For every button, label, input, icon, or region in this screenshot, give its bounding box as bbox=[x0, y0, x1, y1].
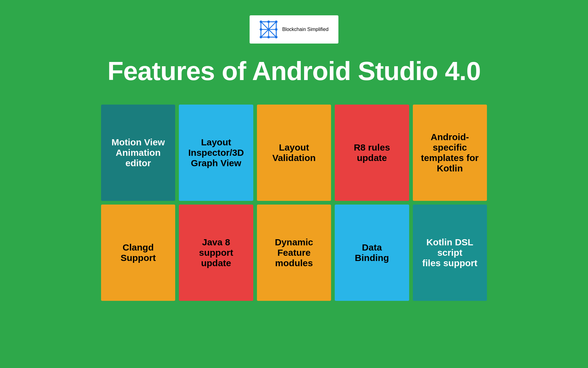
svg-point-7 bbox=[260, 36, 262, 38]
cell-clangd-text: ClangdSupport bbox=[121, 242, 156, 263]
svg-point-13 bbox=[267, 36, 270, 38]
blockchain-icon bbox=[259, 20, 278, 39]
cell-kotlin-dsl-text: Kotlin DSL scriptfiles support bbox=[419, 237, 481, 268]
cell-layout-inspector: Layout Inspector/3DGraph View bbox=[179, 105, 253, 201]
logo-text-black: Simplified bbox=[306, 27, 329, 32]
cell-kotlin-dsl: Kotlin DSL scriptfiles support bbox=[413, 205, 487, 301]
cell-clangd: ClangdSupport bbox=[101, 205, 175, 301]
features-grid: Motion ViewAnimation editor Layout Inspe… bbox=[98, 102, 490, 304]
cell-dynamic-feature-text: Dynamic Featuremodules bbox=[263, 237, 325, 268]
svg-point-6 bbox=[275, 21, 277, 23]
svg-point-12 bbox=[267, 21, 270, 23]
svg-point-8 bbox=[275, 36, 277, 38]
cell-r8-rules-text: R8 rulesupdate bbox=[354, 142, 390, 163]
cell-layout-validation: LayoutValidation bbox=[257, 105, 331, 201]
cell-android-templates-text: Android-specifictemplates for Kotlin bbox=[419, 132, 481, 174]
cell-dynamic-feature: Dynamic Featuremodules bbox=[257, 205, 331, 301]
cell-java8: Java 8 supportupdate bbox=[179, 205, 253, 301]
cell-java8-text: Java 8 supportupdate bbox=[185, 237, 247, 268]
svg-point-10 bbox=[260, 28, 262, 31]
logo-container: Blockchain Simplified bbox=[250, 15, 338, 44]
cell-data-binding: DataBinding bbox=[335, 205, 409, 301]
cell-r8-rules: R8 rulesupdate bbox=[335, 105, 409, 201]
cell-motion-view-text: Motion ViewAnimation editor bbox=[107, 137, 169, 168]
cell-data-binding-text: DataBinding bbox=[355, 242, 389, 263]
logo-text: Blockchain Simplified bbox=[282, 27, 328, 32]
logo-text-blue: Blockchain bbox=[282, 27, 306, 32]
svg-point-9 bbox=[267, 28, 270, 31]
cell-layout-validation-text: LayoutValidation bbox=[272, 142, 316, 163]
cell-motion-view: Motion ViewAnimation editor bbox=[101, 105, 175, 201]
svg-point-5 bbox=[260, 21, 262, 23]
cell-layout-inspector-text: Layout Inspector/3DGraph View bbox=[185, 137, 247, 168]
cell-android-templates: Android-specifictemplates for Kotlin bbox=[413, 105, 487, 201]
svg-point-11 bbox=[275, 28, 277, 31]
page-heading: Features of Android Studio 4.0 bbox=[107, 56, 481, 86]
